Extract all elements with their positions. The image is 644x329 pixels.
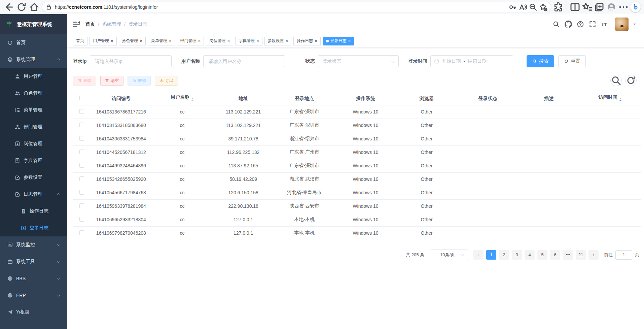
table-row[interactable]: 1641054566717984768cc120.6.150.158河北省-秦皇… <box>73 186 641 199</box>
checkbox[interactable] <box>79 96 84 100</box>
prev-page-button[interactable]: ‹ <box>473 250 484 260</box>
checkbox[interactable] <box>79 123 84 127</box>
page-size-select[interactable]: 10条/页 <box>430 250 468 260</box>
row-checkbox-cell[interactable] <box>73 199 91 213</box>
close-tab-icon[interactable]: × <box>348 39 351 43</box>
tab-操作日志[interactable]: 操作日志× <box>293 37 321 45</box>
sidebar-item-gear[interactable]: 系统管理 <box>0 51 67 68</box>
search-icon[interactable] <box>552 21 560 28</box>
row-checkbox-cell[interactable] <box>73 105 91 119</box>
fullscreen-icon[interactable] <box>589 21 596 28</box>
url-text[interactable]: https://ccnetcore.com:1101/system/log/lo… <box>55 4 506 10</box>
sidebar-item-badge[interactable]: 岗位管理 <box>0 135 67 152</box>
key-icon[interactable] <box>508 2 517 12</box>
close-tab-icon[interactable]: × <box>256 39 259 43</box>
table-row[interactable]: 1641059633978281984cc222.90.130.18陕西省-西安… <box>73 199 641 213</box>
row-checkbox-cell[interactable] <box>73 145 91 159</box>
sidebar-item-users[interactable]: 角色管理 <box>0 85 67 102</box>
sidebar-item-send[interactable]: Yi框架 <box>0 304 67 321</box>
breadcrumb-system[interactable]: 系统管理 <box>102 21 121 27</box>
sidebar-item-globe[interactable]: BBS <box>0 270 67 287</box>
next-page-button[interactable]: › <box>588 250 599 260</box>
sidebar-item-user[interactable]: 用户管理 <box>0 68 67 85</box>
checkbox[interactable] <box>79 230 84 235</box>
status-select[interactable]: 登录状态 <box>318 55 399 67</box>
extensions-icon[interactable] <box>553 2 564 12</box>
close-tab-icon[interactable]: × <box>140 39 143 43</box>
jump-page-input[interactable] <box>615 250 632 260</box>
close-tab-icon[interactable]: × <box>198 39 201 43</box>
page-button-6[interactable]: 6 <box>550 250 560 260</box>
close-tab-icon[interactable]: × <box>315 39 317 43</box>
split-screen-icon[interactable] <box>570 2 580 12</box>
close-tab-icon[interactable]: × <box>169 39 172 43</box>
page-button-1[interactable]: 1 <box>486 250 496 260</box>
checkbox[interactable] <box>79 190 84 195</box>
sidebar-item-globe[interactable]: ERP <box>0 287 67 304</box>
page-button-4[interactable]: 4 <box>525 250 535 260</box>
home-icon[interactable] <box>29 2 40 12</box>
row-checkbox-cell[interactable] <box>73 159 91 172</box>
page-button-2[interactable]: 2 <box>499 250 509 260</box>
table-row[interactable]: 1641069798270046208cc127.0.0.1本地-本机Windo… <box>73 226 641 240</box>
clear-button[interactable]: 清空 <box>100 76 123 86</box>
tab-首页[interactable]: 首页 <box>73 37 87 45</box>
checkbox[interactable] <box>79 163 84 168</box>
checkbox[interactable] <box>79 150 84 154</box>
table-row[interactable]: 1641044520567181312cc112.96.225.132广东省-广… <box>73 145 641 159</box>
profile-icon[interactable] <box>606 2 617 12</box>
sidebar-item-tree[interactable]: 部门管理 <box>0 119 67 135</box>
row-checkbox-cell[interactable] <box>73 213 91 226</box>
copilot-icon[interactable] <box>630 2 641 12</box>
page-button-3[interactable]: 3 <box>512 250 522 260</box>
address-bar[interactable]: https://ccnetcore.com:1101/system/log/lo… <box>42 2 551 12</box>
tab-登录日志[interactable]: 登录日志× <box>323 37 354 45</box>
checkbox[interactable] <box>79 217 84 222</box>
user-avatar[interactable] <box>615 18 629 31</box>
github-icon[interactable] <box>565 21 572 28</box>
row-checkbox-cell[interactable] <box>73 226 91 240</box>
delete-button[interactable]: 删除 <box>73 76 96 86</box>
select-all-checkbox[interactable] <box>73 92 91 105</box>
table-row[interactable]: 1641043063331753984cc39.171.210.78浙江省-绍兴… <box>73 132 641 145</box>
read-aloud-icon[interactable] <box>518 2 527 12</box>
sidebar-item-list[interactable]: 菜单管理 <box>0 102 67 119</box>
row-checkbox-cell[interactable] <box>73 186 91 199</box>
export-button[interactable]: 导出 <box>155 76 178 86</box>
sort-caret-icon[interactable] <box>191 97 194 103</box>
table-row[interactable]: 1641069652933218304cc127.0.0.1本地-本机Windo… <box>73 213 641 226</box>
breadcrumb-home[interactable]: 首页 <box>85 21 95 27</box>
sidebar-item-doc[interactable]: 操作日志 <box>0 203 67 220</box>
checkbox[interactable] <box>79 176 84 181</box>
tab-角色管理[interactable]: 角色管理× <box>119 37 146 45</box>
collections-icon[interactable] <box>594 2 605 12</box>
favorites-icon[interactable] <box>582 2 593 12</box>
table-row[interactable]: 1641031367863177216cc113.102.129.221广东省-… <box>73 105 641 119</box>
login-ip-input[interactable] <box>90 55 172 67</box>
zoom-out-icon[interactable] <box>529 2 537 12</box>
tab-菜单管理[interactable]: 菜单管理× <box>148 37 175 45</box>
table-row[interactable]: 1641053426655825920cc58.19.42.209湖北省-武汉市… <box>73 172 641 186</box>
more-pages-button[interactable]: ••• <box>563 250 573 260</box>
more-icon[interactable] <box>618 2 629 12</box>
date-range-picker[interactable]: 开始日期 - 结束日期 <box>430 55 513 67</box>
close-tab-icon[interactable]: × <box>111 39 113 43</box>
toggle-search-button[interactable] <box>610 75 622 86</box>
tab-部门管理[interactable]: 部门管理× <box>177 37 204 45</box>
checkbox[interactable] <box>79 203 84 208</box>
sidebar-item-book[interactable]: 字典管理 <box>0 152 67 169</box>
column-header-用户名称[interactable]: 用户名称 <box>152 92 213 105</box>
unlock-button[interactable]: 解锁 <box>128 76 151 86</box>
refresh-table-button[interactable] <box>625 75 637 86</box>
user-name-input[interactable] <box>203 55 285 67</box>
font-size-icon[interactable]: tT <box>601 21 608 28</box>
sidebar-item-image[interactable]: 登录日志 <box>0 220 67 236</box>
avatar-caret-icon[interactable] <box>633 24 636 26</box>
search-button[interactable]: 搜索 <box>527 55 554 67</box>
row-checkbox-cell[interactable] <box>73 132 91 145</box>
row-checkbox-cell[interactable] <box>73 119 91 132</box>
tab-参数设置[interactable]: 参数设置× <box>264 37 292 45</box>
row-checkbox-cell[interactable] <box>73 172 91 186</box>
sidebar-item-toolbox[interactable]: 系统工具 <box>0 253 67 270</box>
reset-button[interactable]: 重置 <box>558 55 586 67</box>
